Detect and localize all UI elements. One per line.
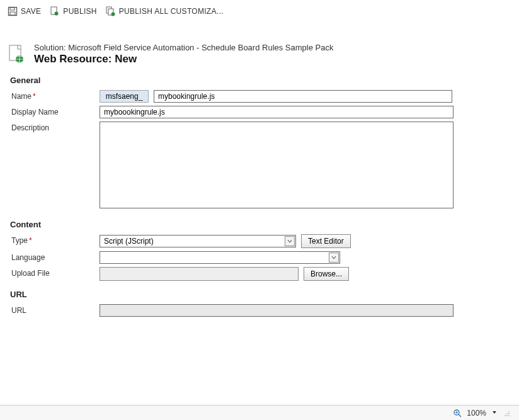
label-upload-file: Upload File (11, 267, 100, 278)
zoom-dropdown-arrow[interactable] (491, 409, 498, 417)
title-row: Solution: Microsoft Field Service Automa… (8, 43, 511, 65)
command-bar: SAVE PUBLISH PUBLISH ALL CUSTOMIZA... (0, 0, 519, 23)
required-marker: * (29, 236, 32, 245)
section-general: General (10, 76, 511, 85)
label-language: Language (11, 251, 100, 262)
save-icon (8, 6, 18, 16)
label-name: Name* (11, 90, 100, 101)
page-body: Solution: Microsoft Field Service Automa… (0, 23, 519, 324)
label-type: Type * (11, 234, 100, 245)
zoom-icon (453, 409, 462, 417)
svg-rect-0 (9, 7, 17, 15)
label-display-name: Display Name (11, 106, 100, 116)
status-bar: 100% (0, 405, 519, 420)
publish-label: PUBLISH (63, 7, 96, 16)
type-select[interactable]: Script (JScript) (100, 235, 296, 247)
url-output (100, 304, 453, 317)
svg-marker-14 (493, 411, 496, 414)
svg-line-11 (459, 414, 461, 417)
save-button[interactable]: SAVE (8, 6, 41, 16)
required-marker: * (33, 92, 36, 101)
svg-point-7 (111, 12, 115, 16)
svg-point-15 (508, 415, 510, 416)
browse-button[interactable]: Browse... (304, 267, 349, 281)
page-title: Web Resource: New (34, 53, 333, 65)
svg-point-19 (506, 413, 508, 414)
publish-all-icon (106, 6, 116, 16)
save-label: SAVE (21, 7, 41, 16)
publish-all-button[interactable]: PUBLISH ALL CUSTOMIZA... (106, 6, 224, 16)
section-content: Content (10, 220, 511, 229)
svg-rect-2 (10, 12, 15, 15)
publish-all-label: PUBLISH ALL CUSTOMIZA... (119, 7, 224, 16)
section-url: URL (10, 290, 511, 299)
svg-point-18 (505, 415, 506, 416)
publish-icon (50, 6, 60, 16)
content-fields: Type * Script (JScript) Text Editor Lang… (8, 234, 511, 281)
name-prefix-field[interactable] (100, 90, 149, 103)
resize-grip-icon (503, 409, 510, 417)
text-editor-button[interactable]: Text Editor (301, 234, 351, 248)
name-input[interactable] (154, 90, 452, 103)
svg-point-4 (55, 11, 59, 15)
description-textarea[interactable] (100, 122, 453, 208)
label-url: URL (11, 304, 100, 315)
svg-point-20 (508, 411, 510, 412)
url-fields: URL (8, 304, 511, 317)
svg-rect-1 (10, 8, 14, 10)
display-name-input[interactable] (100, 106, 453, 118)
general-fields: Name* Display Name Description (8, 90, 511, 208)
label-description: Description (11, 122, 100, 132)
language-select[interactable] (100, 251, 340, 264)
svg-point-17 (508, 413, 510, 414)
zoom-value: 100% (467, 409, 486, 417)
publish-button[interactable]: PUBLISH (50, 6, 96, 16)
svg-point-16 (506, 415, 508, 416)
upload-file-path-display (100, 267, 299, 281)
web-resource-icon (8, 44, 25, 63)
breadcrumb: Solution: Microsoft Field Service Automa… (34, 43, 333, 52)
